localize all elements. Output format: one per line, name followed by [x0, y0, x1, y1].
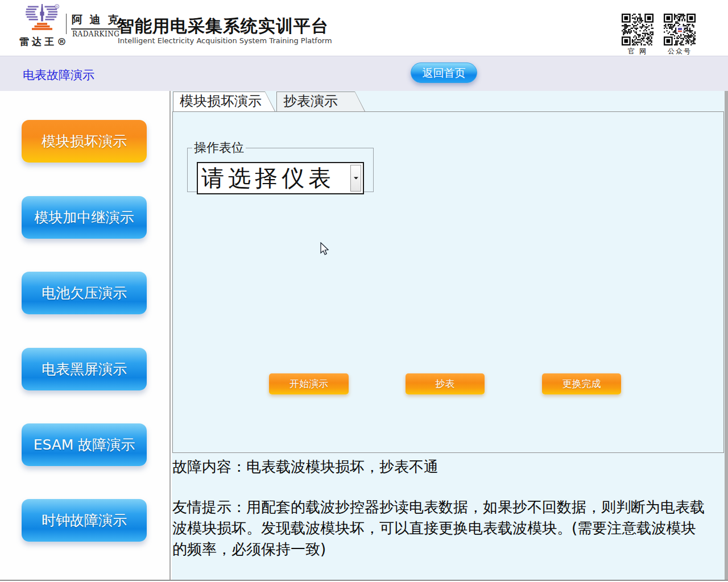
brand-divider — [66, 14, 67, 34]
sidebar-item-battery-undervoltage[interactable]: 电池欠压演示 — [22, 272, 147, 314]
mouse-cursor-icon — [320, 242, 330, 257]
qr-website-label: 官 网 — [621, 47, 654, 56]
replace-done-button[interactable]: 更换完成 — [542, 373, 621, 394]
main-row: 模块损坏演示 模块加中继演示 电池欠压演示 电表黑屏演示 ESAM 故障演示 时… — [0, 91, 728, 580]
read-meter-button[interactable]: 抄表 — [406, 373, 485, 394]
logo-text: 雷达王® — [19, 35, 69, 48]
qr-website-image — [622, 14, 653, 45]
meter-position-legend: 操作表位 — [192, 139, 246, 156]
tab-meter-reading-label: 抄表演示 — [276, 92, 365, 111]
dropdown-arrow-icon[interactable] — [350, 165, 361, 192]
meter-position-group: 操作表位 请选择仪表 — [187, 139, 374, 192]
tab-meter-reading[interactable]: 抄表演示 — [276, 92, 365, 111]
radarking-logo-icon: R — [23, 3, 61, 34]
start-demo-button[interactable]: 开始演示 — [269, 373, 349, 394]
sidebar: 模块损坏演示 模块加中继演示 电池欠压演示 电表黑屏演示 ESAM 故障演示 时… — [0, 91, 171, 580]
qr-code-wechat: 公众号 — [663, 14, 696, 56]
qr-wechat-label: 公众号 — [663, 47, 696, 56]
company-block: 阿 迪 克 RADARKING — [71, 13, 121, 38]
svg-text:R: R — [56, 5, 58, 9]
tab-panel: 操作表位 请选择仪表 开始演示 抄表 更换完成 — [172, 111, 724, 453]
meter-select-dropdown[interactable]: 请选择仪表 — [197, 162, 364, 194]
page-subtitle: Intelligent Electricity Acquisition Syst… — [118, 36, 332, 45]
sidebar-item-esam-fault[interactable]: ESAM 故障演示 — [22, 423, 147, 466]
sidebar-item-meter-blackscreen[interactable]: 电表黑屏演示 — [22, 348, 147, 390]
meter-select-value: 请选择仪表 — [198, 163, 363, 193]
tab-module-damage-label: 模块损坏演示 — [173, 92, 275, 111]
return-home-button[interactable]: 返回首页 — [411, 63, 477, 83]
friendly-tip-text: 友情提示：用配套的载波抄控器抄读电表数据，如果抄不回数据，则判断为电表载波模块损… — [172, 497, 710, 560]
sidebar-item-module-relay[interactable]: 模块加中继演示 — [22, 196, 147, 239]
company-name-cn: 阿 迪 克 — [71, 13, 121, 30]
qr-code-website: 官 网 — [621, 14, 654, 56]
fault-info-area: 故障内容：电表载波模块损坏，抄表不通 友情提示：用配套的载波抄控器抄读电表数据，… — [172, 456, 710, 560]
sidebar-item-clock-fault[interactable]: 时钟故障演示 — [22, 499, 147, 542]
app-header: R 雷达王® 阿 迪 克 RADARKING 智能用电采集系统实训平台 Inte… — [0, 0, 728, 56]
breadcrumb-bar: 电表故障演示 返回首页 — [0, 56, 728, 91]
qr-center-logo — [676, 26, 684, 33]
page-title: 智能用电采集系统实训平台 — [117, 15, 329, 38]
bottom-divider — [0, 580, 728, 581]
breadcrumb: 电表故障演示 — [23, 67, 94, 83]
right-edge-strip — [725, 91, 728, 580]
sidebar-item-module-damage[interactable]: 模块损坏演示 — [22, 120, 147, 163]
company-name-en: RADARKING — [71, 30, 121, 38]
tab-module-damage[interactable]: 模块损坏演示 — [173, 92, 275, 111]
fault-content-text: 故障内容：电表载波模块损坏，抄表不通 — [172, 456, 710, 477]
content-area: 模块损坏演示 抄表演示 操作表位 请选择仪表 开始演示 抄表 更换完成 故障内容… — [172, 91, 728, 580]
